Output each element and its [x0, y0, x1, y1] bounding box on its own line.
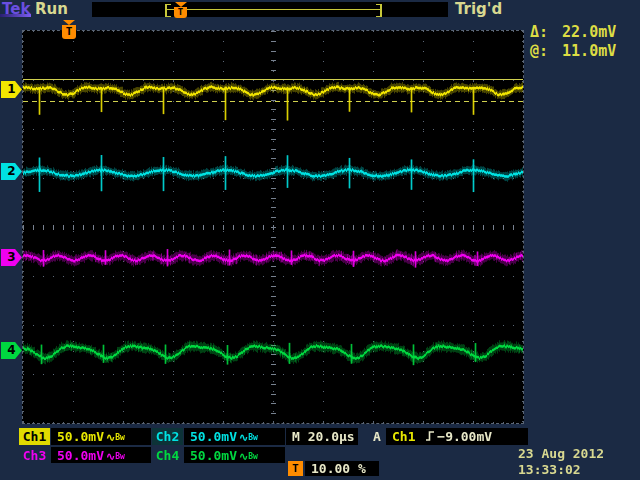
trigger-position-readout: 10.00 % — [305, 461, 379, 476]
ch4-scale: 50.0mV — [190, 448, 237, 463]
ch3-bandwidth-icon: Bw — [115, 452, 125, 461]
delta-value: 22.0mV — [562, 23, 616, 42]
ch1-bandwidth-icon: Bw — [115, 433, 125, 442]
ch2-bandwidth-icon: Bw — [248, 433, 258, 442]
trigger-position-t-icon: T — [288, 461, 303, 476]
acquisition-status: Run — [35, 0, 68, 18]
delta-label: Δ: — [530, 23, 548, 42]
graticule — [22, 30, 524, 424]
at-value: 11.0mV — [562, 42, 616, 61]
ch3-badge: Ch3 — [19, 447, 50, 464]
ch3-scale: 50.0mV — [57, 448, 104, 463]
trigger-position-marker: T — [174, 2, 187, 18]
trigger-marker-t-icon: T — [174, 7, 187, 18]
trigger-mode-label: A — [369, 428, 385, 445]
timebase-label: M — [292, 429, 300, 444]
ch2-scale-readout: 50.0mV∿Bw — [184, 428, 285, 445]
record-window-left-bracket — [165, 4, 171, 17]
trigger-readout: Ch1 −9.00mV — [386, 428, 528, 445]
timebase-readout: M 20.0µs — [286, 428, 358, 445]
ch2-badge: Ch2 — [152, 428, 183, 445]
ch1-coupling-icon: ∿ — [106, 431, 115, 444]
tek-logo-underline — [0, 14, 31, 17]
ch4-badge: Ch4 — [152, 447, 183, 464]
graticule-trigger-flag: T — [62, 20, 76, 39]
ch1-position-marker: 1 — [1, 81, 22, 98]
waveform-canvas — [23, 31, 523, 423]
trigger-level: −9.00mV — [437, 429, 492, 444]
record-view-bar: T — [92, 2, 448, 17]
ch4-bandwidth-icon: Bw — [248, 452, 258, 461]
trigger-status: Trig'd — [455, 0, 502, 18]
ch4-position-marker: 4 — [1, 342, 22, 359]
date-readout: 23 Aug 2012 — [518, 446, 604, 461]
oscilloscope-screen: Tek Run T Trig'd T 1 2 3 4 Δ: 22.0mV @: … — [0, 0, 640, 480]
ch2-scale: 50.0mV — [190, 429, 237, 444]
cursor-readout: Δ: 22.0mV @: 11.0mV — [530, 23, 616, 61]
trigger-source: Ch1 — [392, 429, 415, 444]
at-label: @: — [530, 42, 548, 61]
timebase-value: 20.0µs — [308, 429, 355, 444]
ch1-badge: Ch1 — [19, 428, 50, 445]
ch2-coupling-icon: ∿ — [239, 431, 248, 444]
time-readout: 13:33:02 — [518, 462, 581, 477]
ch3-coupling-icon: ∿ — [106, 450, 115, 463]
ch3-position-marker: 3 — [1, 249, 22, 266]
graticule-trigger-t-icon: T — [62, 25, 76, 39]
ch2-position-marker: 2 — [1, 163, 22, 180]
record-window-right-bracket — [376, 4, 382, 17]
ch4-coupling-icon: ∿ — [239, 450, 248, 463]
ch1-scale: 50.0mV — [57, 429, 104, 444]
rising-edge-icon — [425, 430, 435, 442]
record-window-line — [165, 9, 380, 10]
ch1-scale-readout: 50.0mV∿Bw — [51, 428, 151, 445]
ch3-scale-readout: 50.0mV∿Bw — [51, 447, 151, 463]
ch4-scale-readout: 50.0mV∿Bw — [184, 447, 285, 463]
